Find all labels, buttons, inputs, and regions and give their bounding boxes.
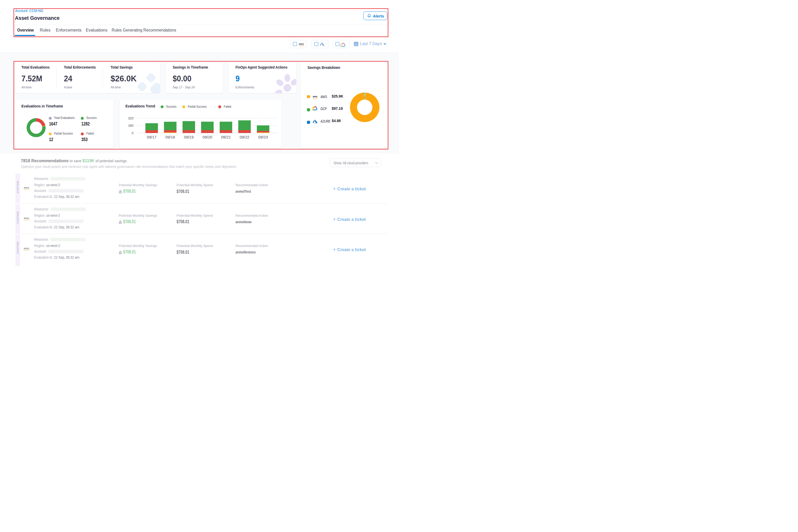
svg-text:$: $ — [120, 191, 121, 193]
svg-text:aws: aws — [24, 216, 29, 220]
svg-text:aws: aws — [24, 247, 29, 250]
svg-text:$: $ — [120, 222, 121, 224]
svg-text:aws: aws — [299, 42, 304, 45]
svg-text:$: $ — [120, 252, 121, 254]
svg-text:aws: aws — [24, 186, 29, 189]
